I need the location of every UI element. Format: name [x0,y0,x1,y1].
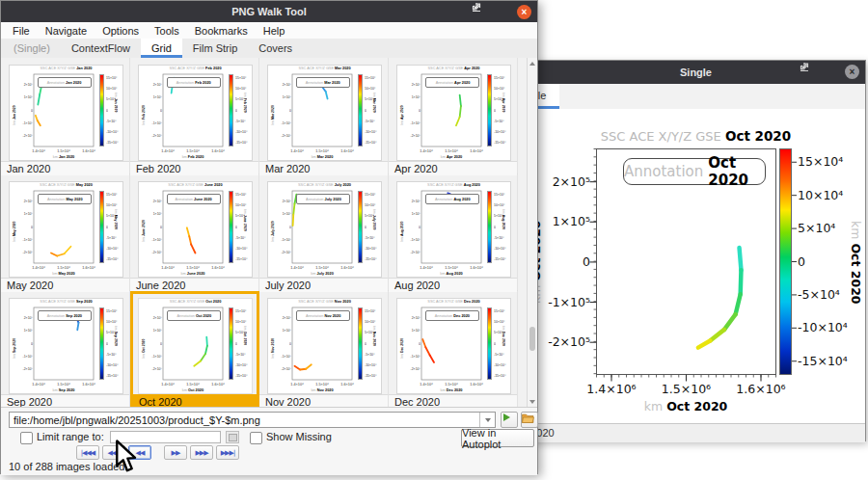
thumb-x-tick: 1.6×10⁶ [207,266,229,270]
thumb-y-tick: -2×10⁵ [149,367,162,371]
menu-options[interactable]: Options [95,25,147,37]
nav-next-button[interactable]: ▶▶ [164,445,187,460]
thumb-label[interactable]: June 2020 [130,278,258,292]
grid-scrollbar[interactable] [527,58,537,407]
thumbnail-grid: SSC ACE X/Y/Z GSE Jan 2020Annotation Jan… [1,58,537,407]
thumbnail-card[interactable]: SSC ACE X/Y/Z GSE Sep 2020Annotation Sep… [9,298,123,394]
thumb-x-tick: 1.4×10⁶ [416,266,437,270]
grid-cell-mar-2020[interactable]: SSC ACE X/Y/Z GSE Mar 2020Annotation Mar… [259,58,389,174]
thumbnail-card[interactable]: SSC ACE X/Y/Z GSE May 2020Annotation May… [9,181,123,278]
thumb-label[interactable]: Oct 2020 [133,394,257,407]
grid-cell-jan-2020[interactable]: SSC ACE X/Y/Z GSE Jan 2020Annotation Jan… [1,58,130,174]
menu-file[interactable]: File [5,25,38,37]
thumb-y-tick: 2×10⁵ [278,83,291,87]
plot-annotation[interactable]: Annotation Oct 2020 [623,158,766,185]
grid-cell-may-2020[interactable]: SSC ACE X/Y/Z GSE May 2020Annotation May… [1,174,130,291]
show-missing-checkbox[interactable] [250,432,262,444]
thumb-cbar-label: km July 2020 [372,209,376,231]
thumb-cbar-tick: 10×10⁴ [365,203,375,207]
grid-cell-sep-2020[interactable]: SSC ACE X/Y/Z GSE Sep 2020Annotation Sep… [1,291,130,407]
thumb-label[interactable]: Mar 2020 [259,161,388,175]
grid-cell-nov-2020[interactable]: SSC ACE X/Y/Z GSE Nov 2020Annotation Nov… [259,291,389,407]
x-axis-label: km Oct 2020 [628,399,744,413]
tab-covers[interactable]: Covers [248,39,303,58]
maximize-icon[interactable] [494,5,507,18]
combobox-dropdown-icon[interactable] [479,413,495,427]
tab-grid[interactable]: Grid [141,39,182,58]
thumb-y-tick: 1×10⁵ [407,95,420,99]
thumb-label[interactable]: Sep 2020 [1,394,129,407]
menu-tools[interactable]: Tools [147,25,187,37]
template-combobox[interactable] [9,412,496,428]
grid-cell-feb-2020[interactable]: SSC ACE X/Y/Z GSE Feb 2020Annotation Feb… [130,58,259,174]
thumb-label[interactable]: Dec 2020 [389,394,517,407]
close-icon[interactable]: × [845,65,859,79]
grid-cell-oct-2020[interactable]: SSC ACE X/Y/Z GSE Oct 2020Annotation Oct… [130,291,259,407]
thumb-cbar-label: km Apr 2020 [502,93,505,115]
thumbnail-card[interactable]: SSC ACE X/Y/Z GSE Nov 2020Annotation Nov… [267,298,382,394]
thumb-label[interactable]: July 2020 [259,278,388,292]
thumb-label[interactable]: Jan 2020 [1,161,129,175]
play-button[interactable] [501,412,518,428]
thumb-cbar-tick: -15×10⁴ [235,257,248,261]
thumb-y-tick: 2×10⁵ [407,83,420,87]
thumb-y-tick: -1×10⁵ [149,355,162,359]
pngwalk-titlebar[interactable]: PNG Walk Tool × [1,1,537,22]
maximize-icon[interactable] [822,65,835,78]
thumb-annotation: Annotation Mar 2020 [296,77,350,88]
thumb-cbar-tick: -15×10⁴ [494,257,506,261]
thumb-y-tick: 0 [19,226,33,229]
thumb-cbar-tick: -5×10⁴ [494,120,504,123]
grid-cell-dec-2020[interactable]: SSC ACE X/Y/Z GSE Dec 2020Annotation Dec… [389,291,518,407]
nav-next-page-button[interactable]: ▶▶▶ [190,445,213,460]
open-folder-button[interactable] [521,412,538,428]
thumb-label[interactable]: May 2020 [1,278,129,292]
limit-range-checkbox[interactable] [20,432,33,444]
menu-help[interactable]: Help [256,25,293,37]
thumbnail-card[interactable]: SSC ACE X/Y/Z GSE Mar 2020Annotation Mar… [267,65,382,161]
grid-cell-july-2020[interactable]: SSC ACE X/Y/Z GSE July 2020Annotation Ju… [259,174,389,291]
tab-filmstrip[interactable]: Film Strip [182,39,248,58]
thumb-label[interactable]: Nov 2020 [259,394,388,407]
menu-bookmarks[interactable]: Bookmarks [187,25,256,37]
menu-navigate[interactable]: Navigate [38,25,95,37]
thumb-cbar-label: km Feb 2020 [243,93,247,115]
thumbnail-card[interactable]: SSC ACE X/Y/Z GSE Feb 2020Annotation Feb… [138,65,253,161]
thumbnail-card[interactable]: SSC ACE X/Y/Z GSE June 2020Annotation Ju… [138,181,253,278]
thumb-y-tick: 0 [278,226,291,229]
thumb-label[interactable]: Apr 2020 [389,161,517,175]
thumbnail-card[interactable]: SSC ACE X/Y/Z GSE Dec 2020Annotation Dec… [396,298,511,394]
colorbar-tick-label: 15×10⁴ [798,154,843,170]
thumbnail-card[interactable]: SSC ACE X/Y/Z GSE Aug 2020Annotation Aug… [396,181,511,278]
view-in-autoplot-button[interactable]: View in Autoplot [461,429,534,447]
thumb-y-tick: -1×10⁵ [149,238,162,242]
thumbnail-card[interactable]: SSC ACE X/Y/Z GSE Jan 2020Annotation Jan… [9,65,123,161]
template-input[interactable] [10,413,479,427]
thumbnail-card[interactable]: SSC ACE X/Y/Z GSE July 2020Annotation Ju… [267,181,382,278]
thumb-y-axis-label: km Sep 2020 [13,336,16,359]
thumb-label[interactable]: Feb 2020 [130,161,258,175]
single-plot[interactable]: SSC ACE X/Y/Z GSE Oct 2020 Annotation Oc… [527,109,865,423]
colorbar[interactable] [779,148,792,375]
scroll-down-icon[interactable] [528,396,537,407]
calendar-button[interactable] [226,431,239,443]
scrollbar-thumb[interactable] [529,327,535,351]
thumb-cbar-tick: -5×10⁴ [235,353,246,357]
single-window: Single × Single SSC ACE X/Y/Z GSE Oct 20… [526,60,866,441]
thumb-cbar-tick: -5×10⁴ [494,353,504,357]
thumb-colorbar [358,74,363,147]
thumbnail-card[interactable]: SSC ACE X/Y/Z GSE Apr 2020Annotation Apr… [396,65,511,161]
close-icon[interactable]: × [517,5,531,19]
tab-contextflow[interactable]: ContextFlow [61,39,141,58]
grid-cell-june-2020[interactable]: SSC ACE X/Y/Z GSE June 2020Annotation Ju… [130,174,259,291]
single-window-titlebar[interactable]: Single × [527,61,865,84]
thumb-x-axis-label: km Aug 2020 [425,271,478,275]
thumb-x-tick: 1.5×10⁶ [441,383,462,387]
thumb-label[interactable]: Aug 2020 [389,278,517,292]
nav-last-button[interactable]: ▶▶▶| [216,445,239,460]
thumbnail-card[interactable]: SSC ACE X/Y/Z GSE Oct 2020Annotation Oct… [138,298,253,394]
nav-first-button[interactable]: |◀◀◀ [76,445,99,460]
grid-cell-aug-2020[interactable]: SSC ACE X/Y/Z GSE Aug 2020Annotation Aug… [389,174,518,291]
grid-cell-apr-2020[interactable]: SSC ACE X/Y/Z GSE Apr 2020Annotation Apr… [389,58,518,174]
scroll-up-icon[interactable] [528,58,537,68]
